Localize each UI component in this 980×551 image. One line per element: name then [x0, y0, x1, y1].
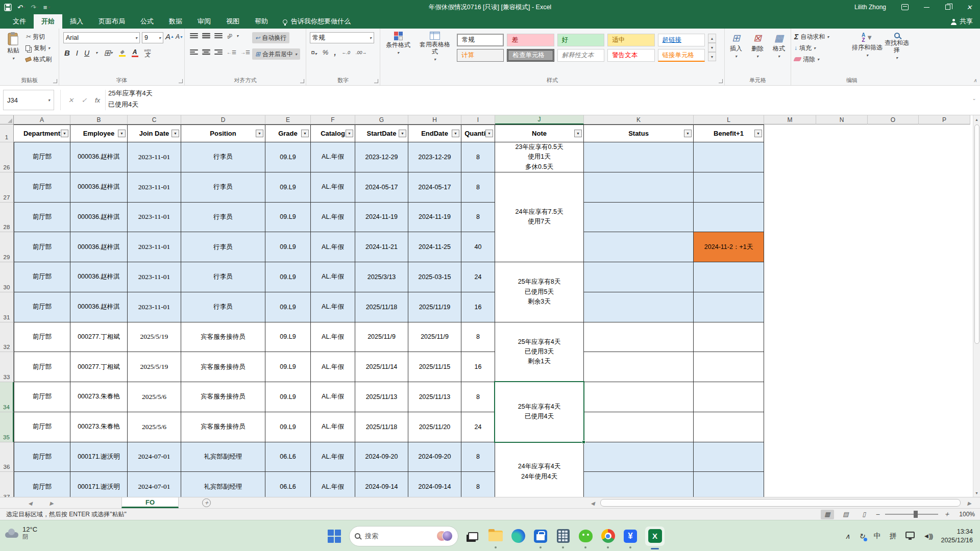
start-button[interactable]	[327, 529, 342, 544]
network-icon[interactable]	[905, 532, 915, 538]
cell-style-链接单元格[interactable]: 链接单元格	[658, 49, 705, 62]
cell-E26[interactable]: 09.L9	[265, 142, 311, 172]
column-header-I[interactable]: I	[461, 115, 495, 124]
normal-view-button[interactable]: ▦	[821, 510, 834, 519]
cell-G33[interactable]: 2025/11/14	[355, 352, 408, 382]
cell-L32[interactable]	[694, 322, 764, 353]
cell-H30[interactable]: 2025-03-15	[408, 262, 461, 292]
cell-F28[interactable]: AL.年假	[311, 203, 355, 233]
cell-A32[interactable]: 前厅部	[14, 322, 70, 353]
cell-style-好[interactable]: 好	[557, 34, 604, 46]
cell-G34[interactable]: 2025/11/13	[355, 382, 408, 412]
number-format-select[interactable]: 常规▾	[310, 32, 374, 43]
font-color-button[interactable]: A	[132, 49, 138, 57]
tell-me-box[interactable]: 告诉我你想要做什么	[283, 14, 351, 29]
sort-filter-button[interactable]: AZ▼ 排序和筛选 ▾	[851, 33, 883, 58]
filter-button-Position[interactable]: ▼	[256, 130, 263, 137]
grow-font-button[interactable]: A▲	[165, 32, 174, 41]
edge-button[interactable]	[510, 529, 526, 544]
cell-F29[interactable]: AL.年假	[311, 232, 355, 262]
sheet-tab-fo[interactable]: FO	[121, 497, 179, 508]
cell-G26[interactable]: 2023-12-29	[355, 142, 408, 172]
cell-K26[interactable]	[584, 142, 694, 172]
cell-B35[interactable]: 000273.朱春艳	[70, 412, 128, 442]
hscroll-left-button[interactable]: ◀	[585, 497, 600, 509]
column-header-M[interactable]: M	[764, 115, 816, 124]
cell-L27[interactable]	[694, 172, 764, 203]
cell-C26[interactable]: 2023-11-01	[128, 142, 181, 172]
row-header-32[interactable]: 32	[0, 322, 14, 353]
cell-G36[interactable]: 2024-09-20	[355, 442, 408, 472]
share-button[interactable]: 共享	[951, 14, 973, 29]
note-cell-J30[interactable]: 25年应享有8天 已使用5天 剩余3天	[495, 262, 584, 322]
column-header-A[interactable]: A	[14, 115, 70, 124]
restore-button[interactable]	[937, 0, 959, 14]
cell-A35[interactable]: 前厅部	[14, 412, 70, 442]
cell-E28[interactable]: 09.L9	[265, 203, 311, 233]
clear-button[interactable]: 清除▾	[794, 54, 829, 65]
filter-button-Employee[interactable]: ▼	[118, 130, 126, 137]
cell-I37[interactable]: 8	[461, 472, 495, 497]
ime-language-button[interactable]: 中	[874, 532, 881, 541]
cell-I31[interactable]: 16	[461, 292, 495, 322]
number-dialog-launcher[interactable]	[374, 79, 378, 83]
filter-button-Catalog[interactable]: ▼	[346, 130, 353, 137]
cell-L30[interactable]	[694, 262, 764, 292]
middle-align-button[interactable]	[202, 33, 210, 39]
column-header-N[interactable]: N	[816, 115, 868, 124]
cell-K35[interactable]	[584, 412, 694, 442]
cell-B36[interactable]: 000171.谢沃明	[70, 442, 128, 472]
cell-D33[interactable]: 宾客服务接待员	[181, 352, 265, 382]
cell-B34[interactable]: 000273.朱春艳	[70, 382, 128, 412]
font-name-select[interactable]: Arial▾	[63, 32, 140, 43]
row-header-35[interactable]: 35	[0, 412, 14, 442]
increase-indent-button[interactable]: →☰	[240, 49, 250, 55]
note-cell-J27[interactable]: 24年应享有7.5天 使用7天	[495, 172, 584, 262]
column-header-B[interactable]: B	[70, 115, 128, 124]
comma-style-button[interactable]: ,	[334, 48, 336, 57]
name-box[interactable]: J34▾	[3, 90, 54, 110]
row-header-1[interactable]: 1	[0, 124, 14, 142]
enter-button[interactable]: ✓	[78, 90, 91, 110]
cell-A28[interactable]: 前厅部	[14, 203, 70, 233]
row-header-26[interactable]: 26	[0, 142, 14, 172]
microsoft-store-button[interactable]	[533, 529, 548, 544]
note-cell-J32[interactable]: 25年应享有4天 已使用3天 剩余1天	[495, 322, 584, 383]
cell-D29[interactable]: 行李员	[181, 232, 265, 262]
cell-F33[interactable]: AL.年假	[311, 352, 355, 382]
paste-button[interactable]: 粘贴 ▾	[3, 32, 23, 61]
wechat-button[interactable]	[578, 529, 593, 544]
column-header-G[interactable]: G	[355, 115, 408, 124]
cell-D30[interactable]: 行李员	[181, 262, 265, 292]
spreadsheet-grid[interactable]: ABCDEFGHIJKLMNOP126272829303132333435363…	[0, 115, 973, 497]
new-sheet-button[interactable]: ＋	[202, 498, 211, 507]
collapse-ribbon-button[interactable]: ∧	[973, 78, 977, 83]
filter-button-Status[interactable]: ▼	[684, 130, 692, 137]
phonetic-guide-button[interactable]: wén文	[144, 48, 151, 58]
cell-K29[interactable]	[584, 232, 694, 262]
cell-F26[interactable]: AL.年假	[311, 142, 355, 172]
column-header-O[interactable]: O	[868, 115, 919, 124]
note-cell-J36[interactable]: 24年应享有4天 24年使用4天	[495, 442, 584, 497]
row-header-34[interactable]: 34	[0, 382, 14, 412]
font-dialog-launcher[interactable]	[179, 79, 183, 83]
cell-C29[interactable]: 2023-11-01	[128, 232, 181, 262]
cell-A26[interactable]: 前厅部	[14, 142, 70, 172]
cell-style-超链接[interactable]: 超链接	[658, 34, 705, 46]
cell-I36[interactable]: 8	[461, 442, 495, 472]
account-name[interactable]: Lilith Zhong	[854, 4, 886, 11]
cell-G29[interactable]: 2024-11-21	[355, 232, 408, 262]
font-size-select[interactable]: 9▾	[142, 32, 163, 43]
close-button[interactable]: ✕	[959, 0, 980, 14]
vertical-scrollbar[interactable]: ▲ ▼	[973, 115, 980, 497]
cell-A37[interactable]: 前厅部	[14, 472, 70, 497]
formula-input[interactable]: 25年应享有4天 已使用4天	[108, 88, 965, 110]
cell-I35[interactable]: 24	[461, 412, 495, 442]
find-select-button[interactable]: 查找和选择 ▾	[882, 33, 912, 60]
column-header-H[interactable]: H	[408, 115, 461, 124]
cell-style-警告文本[interactable]: 警告文本	[607, 49, 654, 62]
cell-C28[interactable]: 2023-11-01	[128, 203, 181, 233]
shrink-font-button[interactable]: A▼	[176, 33, 183, 40]
cell-L28[interactable]	[694, 203, 764, 233]
cell-H32[interactable]: 2025/11/9	[408, 322, 461, 353]
